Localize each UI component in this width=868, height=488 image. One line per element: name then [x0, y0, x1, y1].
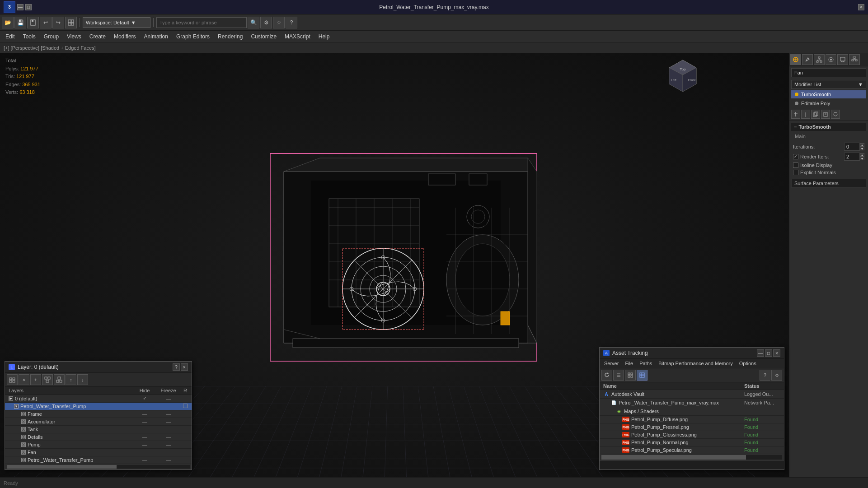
isoline-display-checkbox[interactable]: [793, 163, 798, 168]
asset-row-diffuse[interactable]: PNG Petrol_Pump_Diffuse.png Found: [600, 416, 784, 423]
asset-panel-minimize-btn[interactable]: —: [757, 349, 764, 357]
layer-move-down-btn[interactable]: ↓: [77, 374, 88, 385]
asset-list-view-btn[interactable]: [613, 370, 624, 381]
layer-row-pump-final[interactable]: ⬡ Petrol_Water_Transfer_Pump — —: [5, 456, 192, 464]
display-panel-btn[interactable]: [837, 54, 848, 65]
asset-scrollbar[interactable]: [601, 455, 782, 460]
layer-merge-btn[interactable]: [42, 374, 53, 385]
paste-button[interactable]: [821, 110, 830, 119]
asset-menu-options[interactable]: Options: [737, 360, 759, 367]
redo-button[interactable]: ↪: [52, 17, 64, 28]
asset-menu-file[interactable]: File: [622, 360, 636, 367]
asset-panel-close-btn[interactable]: ×: [773, 349, 780, 357]
layer-row-pump-group[interactable]: ▼ Petrol_Water_Transfer_Pump — —: [5, 403, 192, 410]
object-name-input[interactable]: [791, 68, 866, 77]
asset-row-normal[interactable]: PNG Petrol_Pump_Normal.png Found: [600, 439, 784, 446]
layer-panel-help-btn[interactable]: ?: [173, 363, 180, 371]
layer-move-up-btn[interactable]: ↑: [66, 374, 76, 385]
asset-help-btn[interactable]: ?: [760, 370, 770, 381]
menu-views[interactable]: Views: [63, 31, 85, 42]
layer-scrollbar[interactable]: [7, 465, 190, 469]
menu-edit[interactable]: Edit: [2, 31, 19, 42]
undo-button[interactable]: ↩: [40, 17, 52, 28]
layer-accumulator-freeze: —: [156, 419, 181, 424]
iterations-up-btn[interactable]: ▲: [860, 143, 864, 147]
menu-create[interactable]: Create: [86, 31, 109, 42]
layer-panel-close-btn[interactable]: ×: [181, 363, 188, 371]
layer-row-tank[interactable]: ⬡ Tank — —: [5, 426, 192, 433]
surface-params-section: Surface Parameters: [791, 179, 866, 188]
modifier-list-dropdown[interactable]: Modifier List ▼: [791, 80, 866, 89]
search-input[interactable]: [156, 17, 247, 28]
menu-customize[interactable]: Customize: [247, 31, 280, 42]
menu-help[interactable]: Help: [315, 31, 333, 42]
layer-expand-icon[interactable]: ▶: [9, 396, 13, 401]
save-button[interactable]: 💾: [14, 17, 26, 28]
menu-maxscript[interactable]: MAXScript: [281, 31, 314, 42]
render-iters-down-btn[interactable]: ▼: [860, 157, 864, 160]
modifier-turbosmooth[interactable]: TurboSmooth: [791, 90, 866, 98]
minimize-button[interactable]: —: [17, 4, 23, 10]
asset-row-fresnel[interactable]: PNG Petrol_Pump_Fresnel.png Found: [600, 423, 784, 431]
make-unique-button[interactable]: [831, 110, 840, 119]
asset-table-view-btn[interactable]: [637, 370, 647, 381]
bookmark-button[interactable]: ☆: [273, 17, 285, 28]
modifier-editable-poly[interactable]: Editable Poly: [791, 99, 866, 107]
hierarchy-panel-btn[interactable]: [814, 54, 825, 65]
create-panel-btn[interactable]: [790, 54, 801, 65]
asset-menu-server[interactable]: Server: [601, 360, 621, 367]
iterations-down-btn[interactable]: ▼: [860, 147, 864, 150]
menu-group[interactable]: Group: [40, 31, 62, 42]
asset-row-glossiness[interactable]: PNG Petrol_Pump_Glossiness.png Found: [600, 431, 784, 439]
menu-tools[interactable]: Tools: [19, 31, 39, 42]
layer-row-frame[interactable]: ⬡ Frame — —: [5, 410, 192, 418]
layer-select-all-btn[interactable]: [7, 374, 18, 385]
asset-menu-bitmap[interactable]: Bitmap Performance and Memory: [656, 360, 735, 367]
collapse-icon[interactable]: −: [794, 124, 797, 130]
layer-row-accumulator[interactable]: ⬡ Accumulator — —: [5, 418, 192, 426]
cut-button[interactable]: |: [801, 110, 810, 119]
layer-collapse-icon[interactable]: ▼: [14, 404, 19, 409]
asset-row-autodesk[interactable]: A Autodesk Vault Logged Ou...: [600, 390, 784, 399]
maximize-button[interactable]: □: [25, 4, 32, 10]
layer-row-default[interactable]: ▶ 0 (default) ✓ —: [5, 395, 192, 403]
layer-delete-btn[interactable]: ×: [19, 374, 29, 385]
asset-settings-btn[interactable]: ⚙: [771, 370, 782, 381]
search-button[interactable]: 🔍: [248, 17, 259, 28]
modify-panel-btn[interactable]: [802, 54, 813, 65]
asset-row-file[interactable]: 📄 Petrol_Water_Transfer_Pump_max_vray.ma…: [600, 399, 784, 407]
menu-rendering[interactable]: Rendering: [214, 31, 246, 42]
render-iters-checkbox[interactable]: [793, 154, 798, 159]
layer-row-pump[interactable]: ⬡ Pump — —: [5, 441, 192, 449]
copy-button[interactable]: [811, 110, 820, 119]
pin-button[interactable]: [791, 110, 800, 119]
asset-row-specular[interactable]: PNG Petrol_Pump_Specular.png Found: [600, 446, 784, 454]
asset-menu-paths[interactable]: Paths: [637, 360, 655, 367]
menu-graph-editors[interactable]: Graph Editors: [173, 31, 213, 42]
search-options-button[interactable]: ⚙: [260, 17, 272, 28]
utilities-panel-btn[interactable]: [849, 54, 860, 65]
viewport-btn[interactable]: [65, 17, 77, 28]
asset-refresh-btn[interactable]: [601, 370, 612, 381]
explicit-normals-checkbox[interactable]: [793, 170, 798, 175]
open-button[interactable]: 📂: [2, 17, 14, 28]
menu-animation[interactable]: Animation: [141, 31, 172, 42]
close-button[interactable]: ×: [858, 4, 864, 10]
navigation-cube[interactable]: Top Left Front: [665, 58, 701, 94]
save-as-button[interactable]: [27, 17, 39, 28]
layer-row-fan[interactable]: ⬡ Fan — —: [5, 449, 192, 456]
workspace-dropdown[interactable]: Workspace: Default ▼: [83, 17, 150, 28]
asset-thumb-view-btn[interactable]: [625, 370, 636, 381]
help-button[interactable]: ?: [286, 17, 297, 28]
layer-row-details[interactable]: ⬡ Details — —: [5, 433, 192, 441]
asset-panel-maximize-btn[interactable]: □: [765, 349, 772, 357]
layer-unmerge-btn[interactable]: [54, 374, 65, 385]
layer-add-btn[interactable]: +: [30, 374, 41, 385]
render-iters-up-btn[interactable]: ▲: [860, 153, 864, 157]
motion-panel-btn[interactable]: [826, 54, 836, 65]
menu-modifiers[interactable]: Modifiers: [110, 31, 140, 42]
asset-row-maps[interactable]: ◉ Maps / Shaders: [600, 407, 784, 416]
iterations-input[interactable]: 0: [844, 143, 860, 151]
freeze-col-label: Freeze: [156, 388, 181, 393]
render-iters-input[interactable]: 2: [844, 153, 860, 161]
